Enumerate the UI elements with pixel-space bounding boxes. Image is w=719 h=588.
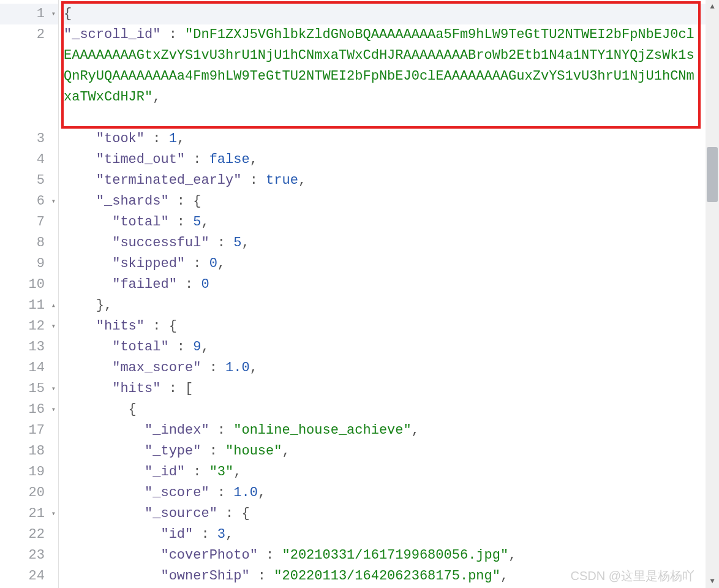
- code-token: "_type": [145, 443, 201, 459]
- code-line[interactable]: "total" : 5,: [64, 212, 719, 233]
- code-token: {: [64, 6, 72, 21]
- code-line[interactable]: "_scroll_id" : "DnF1ZXJ5VGhlbkZldGNoBQAA…: [64, 24, 719, 129]
- code-line[interactable]: "total" : 9,: [64, 337, 719, 358]
- code-line[interactable]: "_shards" : {: [64, 191, 719, 212]
- code-token: "successful": [112, 235, 209, 251]
- code-token: ,: [508, 548, 516, 563]
- code-token: "hits": [112, 381, 160, 396]
- code-token: "timed_out": [96, 152, 185, 167]
- fold-open-icon[interactable]: ▾: [51, 4, 56, 24]
- fold-open-icon[interactable]: ▾: [51, 379, 56, 399]
- line-number: 9: [0, 254, 58, 274]
- code-token: [64, 464, 145, 480]
- code-token: {: [64, 402, 137, 417]
- code-token: [64, 548, 160, 563]
- code-token: :: [160, 27, 185, 42]
- code-token: [64, 131, 96, 146]
- code-token: false: [209, 152, 250, 167]
- code-line[interactable]: "took" : 1,: [64, 129, 719, 149]
- code-line[interactable]: "successful" : 5,: [64, 233, 719, 254]
- code-token: ,: [217, 256, 225, 271]
- code-token: ,: [225, 527, 233, 542]
- code-token: "ownerShip": [160, 568, 249, 584]
- code-token: :: [177, 277, 201, 292]
- code-line[interactable]: "id" : 3,: [64, 524, 719, 545]
- line-number: 12▾: [0, 316, 58, 337]
- code-token: "id": [160, 527, 193, 542]
- line-number: 14: [0, 358, 58, 379]
- code-line[interactable]: "_source" : {: [64, 503, 719, 524]
- code-line[interactable]: "terminated_early" : true,: [64, 170, 719, 191]
- code-line[interactable]: "_index" : "online_house_achieve",: [64, 420, 719, 441]
- code-token: ,: [500, 568, 508, 584]
- line-number: 11▴: [0, 295, 58, 316]
- code-line[interactable]: "max_score" : 1.0,: [64, 358, 719, 379]
- code-token: :: [209, 423, 234, 438]
- code-line[interactable]: "timed_out" : false,: [64, 149, 719, 170]
- code-token: :: [209, 485, 234, 500]
- code-token: [64, 423, 145, 438]
- code-token: ,: [177, 131, 185, 146]
- code-line[interactable]: "_id" : "3",: [64, 462, 719, 483]
- code-token: ,: [201, 214, 209, 230]
- code-token: :: [169, 339, 194, 355]
- line-number: 16▾: [0, 399, 58, 420]
- line-number: 1▾: [0, 4, 58, 24]
- scroll-thumb[interactable]: [707, 147, 718, 202]
- vertical-scrollbar[interactable]: ▲ ▼: [706, 0, 719, 588]
- scroll-down-icon[interactable]: ▼: [706, 575, 719, 588]
- code-line[interactable]: {: [64, 399, 719, 420]
- fold-close-icon[interactable]: ▴: [51, 295, 56, 316]
- code-token: :: [193, 527, 217, 542]
- code-token: "took": [96, 131, 145, 146]
- line-number: 10: [0, 274, 58, 295]
- code-line[interactable]: "hits" : {: [64, 316, 719, 337]
- code-token: ,: [412, 423, 420, 438]
- code-token: :: [250, 568, 274, 584]
- line-number: 23: [0, 545, 58, 566]
- code-token: :: [241, 173, 266, 188]
- code-token: 5: [233, 235, 241, 251]
- line-number: 5: [0, 170, 58, 191]
- code-token: : {: [169, 194, 201, 209]
- code-token: ,: [250, 360, 258, 375]
- code-line[interactable]: {: [64, 4, 719, 24]
- code-token: 3: [217, 527, 225, 542]
- fold-open-icon[interactable]: ▾: [51, 503, 56, 524]
- code-token: [64, 339, 112, 355]
- scroll-up-icon[interactable]: ▲: [706, 0, 719, 13]
- code-token: :: [258, 548, 282, 563]
- code-line[interactable]: "hits" : [: [64, 379, 719, 399]
- code-token: 0: [201, 277, 209, 292]
- code-token: [64, 318, 96, 334]
- line-number: 3: [0, 129, 58, 149]
- code-line[interactable]: "_score" : 1.0,: [64, 483, 719, 503]
- line-number-gutter: 1▾23456▾7891011▴12▾131415▾16▾1718192021▾…: [0, 0, 59, 588]
- code-line[interactable]: "skipped" : 0,: [64, 254, 719, 274]
- code-token: :: [201, 360, 225, 375]
- fold-open-icon[interactable]: ▾: [51, 316, 56, 337]
- code-token: 1: [169, 131, 177, 146]
- line-number: 4: [0, 149, 58, 170]
- code-token: [64, 443, 145, 459]
- code-token: "_shards": [96, 194, 169, 209]
- code-line[interactable]: },: [64, 295, 719, 316]
- code-token: "3": [209, 464, 234, 480]
- code-line[interactable]: "failed" : 0: [64, 274, 719, 295]
- code-token: :: [185, 256, 209, 271]
- code-token: "coverPhoto": [160, 548, 257, 563]
- code-line[interactable]: "coverPhoto" : "20210331/1617199680056.j…: [64, 545, 719, 566]
- code-token: true: [266, 173, 298, 188]
- line-number: 13: [0, 337, 58, 358]
- code-token: : {: [217, 506, 250, 521]
- fold-open-icon[interactable]: ▾: [51, 399, 56, 420]
- line-number: 17: [0, 420, 58, 441]
- code-token: "house": [225, 443, 282, 459]
- code-token: [64, 256, 112, 271]
- fold-open-icon[interactable]: ▾: [51, 191, 56, 212]
- code-token: [64, 194, 96, 209]
- code-line[interactable]: "_type" : "house",: [64, 441, 719, 462]
- code-area[interactable]: { "_scroll_id" : "DnF1ZXJ5VGhlbkZldGNoBQ…: [59, 0, 719, 588]
- code-token: :: [185, 464, 209, 480]
- code-token: : [: [160, 381, 193, 396]
